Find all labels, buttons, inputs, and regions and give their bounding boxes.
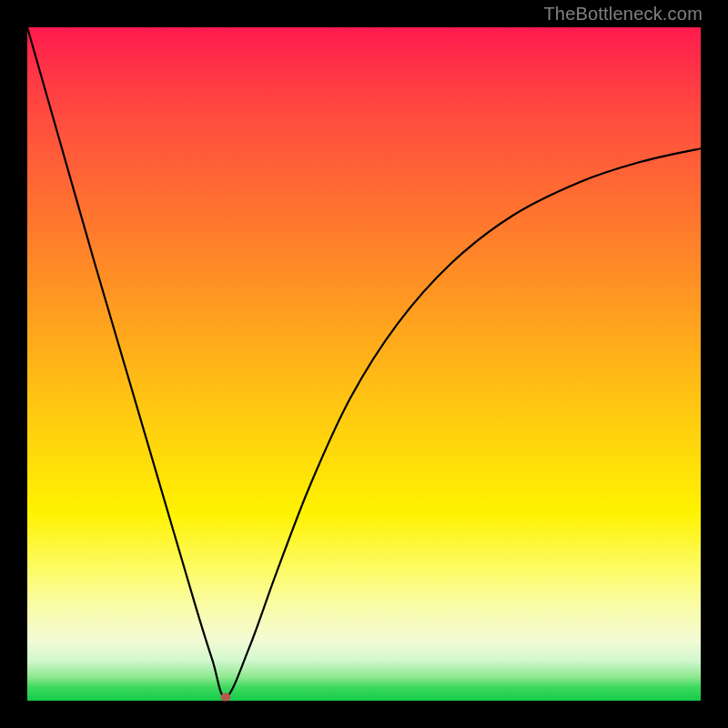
- curve-path: [27, 27, 701, 697]
- bottleneck-curve: [27, 27, 701, 701]
- plot-area: [27, 27, 701, 701]
- chart-container: TheBottleneck.com: [0, 0, 728, 728]
- minimum-marker: [221, 693, 231, 702]
- watermark-text: TheBottleneck.com: [543, 4, 703, 25]
